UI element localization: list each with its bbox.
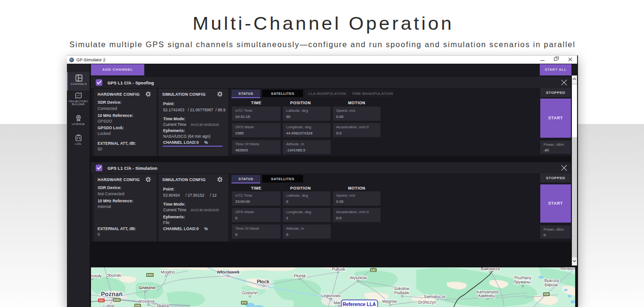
svg-text:Luboń: Luboń <box>103 304 115 307</box>
svg-text:Węgrów: Węgrów <box>382 299 397 304</box>
svg-text:Wyszków: Wyszków <box>350 275 367 280</box>
svg-text:Reference LLA: Reference LLA <box>343 302 376 307</box>
svg-text:Września: Września <box>138 299 155 304</box>
svg-text:Legionowo: Legionowo <box>321 293 340 298</box>
svg-text:E67: E67 <box>371 269 376 272</box>
svg-text:Бяроза: Бяроза <box>545 282 558 287</box>
svg-text:Włocławek: Włocławek <box>217 269 240 274</box>
svg-text:Podlaski: Podlaski <box>394 290 409 295</box>
svg-text:E30: E30 <box>135 304 140 307</box>
svg-text:E75: E75 <box>242 301 247 304</box>
svg-text:Słupca: Słupca <box>157 303 169 307</box>
svg-text:Poznań: Poznań <box>101 291 123 298</box>
svg-text:Маларыта: Маларыта <box>561 267 575 271</box>
svg-text:Płock: Płock <box>257 279 270 284</box>
svg-text:Mogilno: Mogilno <box>161 270 175 274</box>
svg-text:Gostynin: Gostynin <box>242 290 258 295</box>
svg-text:Siemiatycze: Siemiatycze <box>424 294 446 299</box>
svg-text:Drohiczyn: Drohiczyn <box>418 300 436 305</box>
svg-text:E30: E30 <box>544 293 549 296</box>
svg-text:E261: E261 <box>114 299 120 301</box>
svg-text:Mar: Mar <box>334 300 341 305</box>
svg-text:Камянец: Камянец <box>479 293 495 298</box>
svg-text:S11: S11 <box>99 299 103 302</box>
svg-text:Gniezno: Gniezno <box>139 285 156 290</box>
svg-text:Пружаны: Пружаны <box>513 280 530 284</box>
svg-text:E261: E261 <box>147 274 153 276</box>
svg-text:Pułtusk: Pułtusk <box>332 267 346 272</box>
svg-text:Białowieża: Białowieża <box>481 267 500 271</box>
svg-text:Płońsk: Płońsk <box>294 274 306 278</box>
svg-text:Oborniki: Oborniki <box>106 273 121 278</box>
svg-text:motuły: motuły <box>91 274 102 278</box>
